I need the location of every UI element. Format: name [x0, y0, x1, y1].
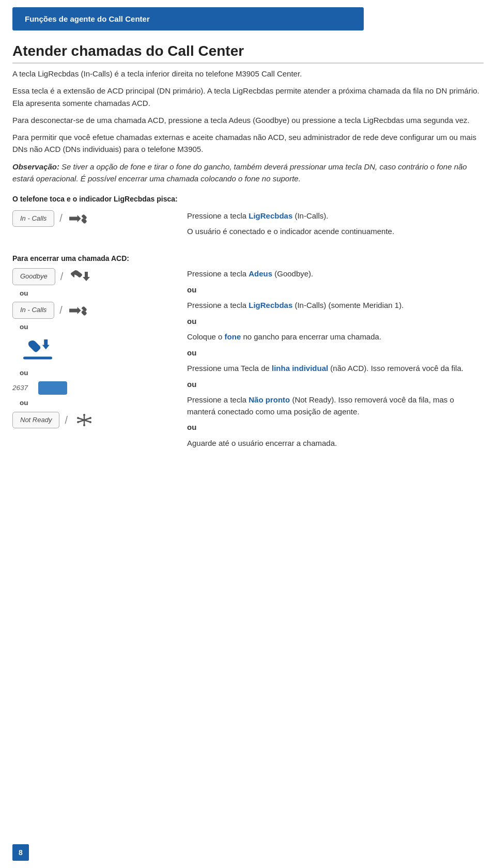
incalls-end-key-row: In - Calls / — [12, 302, 173, 318]
goodbye-phone-icon — [68, 269, 92, 284]
or-right-4: ou — [187, 379, 484, 391]
slash-icon-2: / — [60, 269, 64, 285]
paragraph-1: A tecla LigRecbdas (In-Calls) é a tecla … — [12, 68, 484, 80]
end-call-area: Goodbye / ou In - Calls / — [12, 268, 484, 453]
indicator-right-text: Pressione a tecla LigRecbdas (In-Calls). — [187, 210, 484, 222]
svg-point-9 — [83, 424, 85, 426]
svg-marker-0 — [69, 215, 81, 222]
slash-icon-4: / — [65, 412, 68, 428]
notready-right-text: Pressione a tecla Não pronto (Not Ready)… — [187, 394, 484, 417]
or-label-1: ou — [20, 288, 173, 299]
phone-arrow-icon — [68, 211, 91, 226]
note-label: Observação: — [12, 162, 59, 171]
paragraph-3: Para desconectar-se de uma chamada ACD, … — [12, 114, 484, 126]
svg-point-11 — [89, 421, 91, 423]
header-bar: Funções de agente do Call Center — [12, 7, 364, 30]
svg-marker-4 — [42, 339, 50, 349]
or-label-3: ou — [20, 368, 173, 379]
or-right-5: ou — [187, 422, 484, 433]
end-call-left: Goodbye / ou In - Calls / — [12, 268, 173, 453]
goodbye-key-row: Goodbye / — [12, 268, 173, 285]
content-area: A tecla LigRecbdas (In-Calls) é a tecla … — [12, 68, 484, 453]
last-right-text: Aguarde até o usuário encerrar a chamada… — [187, 438, 484, 450]
blue-key-rect — [38, 381, 67, 395]
indicator-left: In - Calls / — [12, 210, 173, 242]
indicator-row: In - Calls / Pressione a tecla LigRecbda… — [12, 210, 484, 242]
svg-marker-1 — [83, 272, 90, 281]
slash-icon-3: / — [59, 302, 63, 318]
notready-key-button: Not Ready — [12, 412, 59, 428]
incalls-end-phone-icon — [68, 303, 91, 318]
header-title: Funções de agente do Call Center — [25, 14, 150, 23]
or-label-2: ou — [20, 322, 173, 333]
page-number: 8 — [12, 844, 29, 861]
indicator-right: Pressione a tecla LigRecbdas (In-Calls).… — [187, 210, 484, 242]
or-right-3: ou — [187, 347, 484, 359]
goodbye-key-button: Goodbye — [12, 268, 55, 285]
notready-icon — [73, 412, 96, 428]
or-label-4: ou — [20, 398, 173, 409]
incalls-end-right-text: Pressione a tecla LigRecbdas (In-Calls) … — [187, 300, 484, 312]
indicator-section-label: O telefone toca e o indicador LigRecbdas… — [12, 194, 484, 205]
handset-onhook-icon — [20, 336, 56, 364]
incalls-key-button: In - Calls — [12, 210, 54, 227]
svg-point-12 — [77, 421, 79, 423]
handset-right-text: Coloque o fone no gancho para encerrar u… — [187, 331, 484, 343]
notready-key-row: Not Ready / — [12, 412, 173, 428]
svg-marker-2 — [69, 307, 81, 314]
incalls-end-key-button: In - Calls — [12, 302, 54, 318]
paragraph-2: Essa tecla é a extensão de ACD principal… — [12, 85, 484, 109]
dn-number-label: 2637 — [12, 383, 32, 394]
svg-rect-3 — [23, 357, 52, 359]
dn-row: 2637 — [12, 381, 173, 395]
note-paragraph: Observação: Se tiver a opção de fone e t… — [12, 161, 484, 185]
note-text: Se tiver a opção de fone e tirar o fone … — [12, 162, 467, 183]
or-right-1: ou — [187, 284, 484, 296]
svg-point-8 — [83, 414, 85, 416]
goodbye-right-text: Pressione a tecla Adeus (Goodbye). — [187, 268, 484, 280]
dn-right-text: Pressione uma Tecla de linha individual … — [187, 363, 484, 375]
end-call-right: Pressione a tecla Adeus (Goodbye). ou Pr… — [187, 268, 484, 453]
svg-point-13 — [89, 417, 91, 419]
incalls-key-row: In - Calls / — [12, 210, 173, 227]
page-title: Atender chamadas do Call Center — [12, 43, 484, 64]
end-call-label: Para encerrar uma chamada ACD: — [12, 253, 484, 265]
or-right-2: ou — [187, 316, 484, 328]
paragraph-4: Para permitir que você efetue chamadas e… — [12, 131, 484, 156]
slash-icon: / — [59, 210, 63, 226]
svg-point-10 — [77, 417, 79, 419]
indicator-right-text2: O usuário é conectado e o indicador acen… — [187, 226, 484, 238]
